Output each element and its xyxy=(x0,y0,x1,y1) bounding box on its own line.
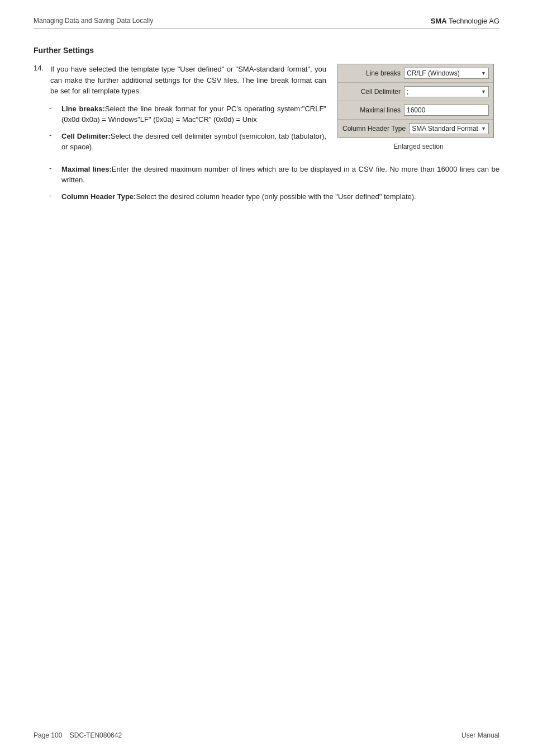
dialog-row-cell-delimiter: Cell Delimiter ; ▼ xyxy=(338,83,493,101)
footer-page-number: Page 100 SDC-TEN080642 xyxy=(34,731,122,739)
dialog-row-column-header-type: Column Header Type SMA Standard Format ▼ xyxy=(338,120,493,138)
bullet-column-header-type: - Column Header Type:Select the desired … xyxy=(49,191,499,202)
dialog-label-column-header-type: Column Header Type xyxy=(342,125,409,133)
dialog-caption: Enlarged section xyxy=(337,143,499,150)
dialog-value-maximal-lines[interactable]: 16000 xyxy=(404,105,489,116)
dialog-value-cell-delimiter[interactable]: ; ▼ xyxy=(404,86,489,97)
item-intro-text: If you have selected the template type "… xyxy=(50,64,326,97)
text-column: 14. If you have selected the template ty… xyxy=(34,64,326,158)
footer-doc-type: User Manual xyxy=(461,731,499,739)
dialog-box: Line breaks CR/LF (Windows) ▼ Cell Delim… xyxy=(337,64,494,138)
bullet-maximal-lines-text: Maximal lines:Enter the desired maximum … xyxy=(61,164,499,186)
dialog-value-line-breaks-text: CR/LF (Windows) xyxy=(407,69,479,77)
content-area: 14. If you have selected the template ty… xyxy=(34,64,499,158)
dropdown-arrow-line-breaks: ▼ xyxy=(481,70,486,76)
dropdown-arrow-column-header-type: ▼ xyxy=(481,126,486,131)
dialog-row-maximal-lines: Maximal lines 16000 xyxy=(338,101,493,120)
item-number: 14. xyxy=(34,64,46,97)
page-container: Managing Data and Saving Data Locally SM… xyxy=(0,0,533,756)
dialog-label-line-breaks: Line breaks xyxy=(342,69,404,77)
bullet-dash-2: - xyxy=(49,131,56,153)
dialog-value-column-header-type[interactable]: SMA Standard Format ▼ xyxy=(409,123,489,134)
brand-name: SMA xyxy=(431,17,447,25)
dialog-value-cell-delimiter-text: ; xyxy=(407,88,479,96)
page-header: Managing Data and Saving Data Locally SM… xyxy=(34,17,499,29)
dialog-label-cell-delimiter: Cell Delimiter xyxy=(342,88,404,96)
bullet-dash-1: - xyxy=(49,103,56,125)
bullet-cell-delimiter-text: Cell Delimiter:Select the desired cell d… xyxy=(61,131,326,153)
dialog-label-maximal-lines: Maximal lines xyxy=(342,106,404,114)
full-width-bullets: - Maximal lines:Enter the desired maximu… xyxy=(34,164,499,202)
bullet-label-3: Maximal lines: xyxy=(61,165,112,173)
bullet-line-breaks-text: Line breaks:Select the line break format… xyxy=(61,103,326,125)
bullet-column-header-type-text: Column Header Type:Select the desired co… xyxy=(61,191,416,202)
dialog-value-maximal-lines-text: 16000 xyxy=(407,106,486,114)
bullet-maximal-lines: - Maximal lines:Enter the desired maximu… xyxy=(49,164,499,186)
page-footer: Page 100 SDC-TEN080642 User Manual xyxy=(34,731,499,739)
brand-rest: Technologie AG xyxy=(447,17,499,25)
header-right-text: SMA Technologie AG xyxy=(431,17,499,25)
bullet-dash-4: - xyxy=(49,191,56,202)
header-left-text: Managing Data and Saving Data Locally xyxy=(34,17,153,25)
inline-bullet-list: - Line breaks:Select the line break form… xyxy=(49,103,326,153)
bullet-line-breaks: - Line breaks:Select the line break form… xyxy=(49,103,326,125)
dialog-row-line-breaks: Line breaks CR/LF (Windows) ▼ xyxy=(338,64,493,83)
screenshot-column: Line breaks CR/LF (Windows) ▼ Cell Delim… xyxy=(337,64,499,150)
bullet-label-1: Line breaks: xyxy=(61,105,105,113)
bullet-dash-3: - xyxy=(49,164,56,186)
dropdown-arrow-cell-delimiter: ▼ xyxy=(481,89,486,94)
bullet-cell-delimiter: - Cell Delimiter:Select the desired cell… xyxy=(49,131,326,153)
dialog-value-line-breaks[interactable]: CR/LF (Windows) ▼ xyxy=(404,68,489,79)
bullet-label-2: Cell Delimiter: xyxy=(61,132,111,140)
bullet-label-4: Column Header Type: xyxy=(61,192,136,201)
section-heading: Further Settings xyxy=(34,46,499,55)
dialog-value-column-header-type-text: SMA Standard Format xyxy=(412,125,479,133)
numbered-item-14: 14. If you have selected the template ty… xyxy=(34,64,326,97)
